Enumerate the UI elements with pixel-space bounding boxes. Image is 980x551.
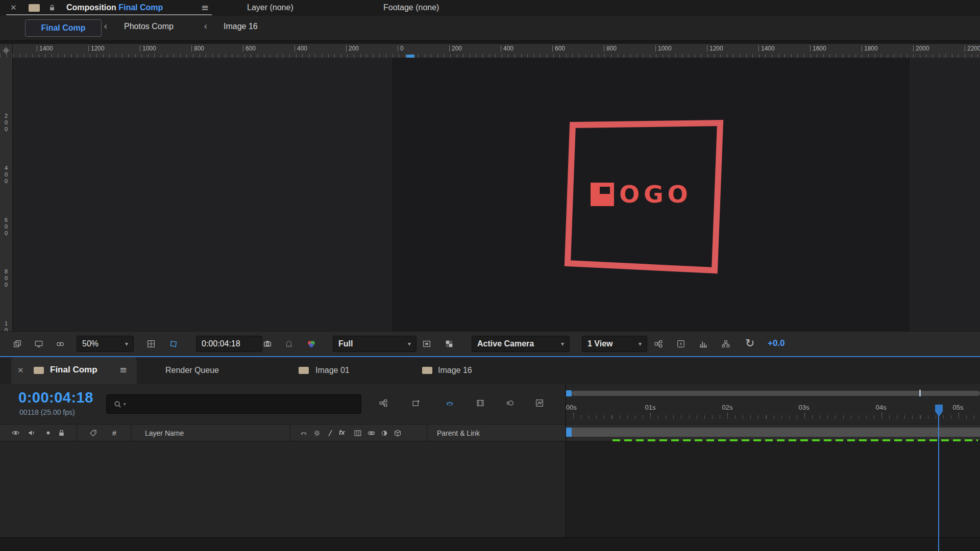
- navigator-start-handle[interactable]: [566, 390, 572, 396]
- panel-menu-icon[interactable]: ≡: [119, 364, 127, 375]
- exposure-value[interactable]: +0.0: [768, 338, 785, 348]
- frames-icon[interactable]: [13, 339, 22, 348]
- mini-flowchart-icon[interactable]: [721, 339, 730, 348]
- reset-exposure-icon[interactable]: ↻: [745, 337, 754, 349]
- tab-composition-name: Final Comp: [118, 3, 163, 12]
- close-panel-icon[interactable]: ✕: [17, 366, 24, 375]
- layer-list-empty[interactable]: [0, 441, 566, 551]
- layer-column-header: # Layer Name fx: [0, 424, 566, 441]
- timeline-tracks-empty[interactable]: [566, 441, 980, 551]
- shy-switch-icon[interactable]: [299, 429, 308, 438]
- resolution-dropdown[interactable]: Full ▾: [333, 336, 416, 352]
- tab-footage[interactable]: Footage (none): [383, 3, 439, 12]
- column-divider: [427, 424, 427, 442]
- ruler-label: 1400: [758, 45, 775, 52]
- ruler-label: 1200: [88, 45, 105, 52]
- ruler-label: 2200: [965, 45, 980, 52]
- timeline-tab-image01[interactable]: Image 01: [315, 366, 350, 375]
- goggles-icon[interactable]: [56, 339, 65, 348]
- timeline-pane-divider[interactable]: [566, 384, 566, 551]
- timeline-bottom-strip: [0, 537, 980, 551]
- histogram-icon[interactable]: [699, 339, 708, 348]
- horizontal-ruler[interactable]: 1400 1200 1000 800 600 400 200 0 200 400…: [0, 44, 980, 58]
- ruler-label: 1000: [655, 45, 672, 52]
- viewer-lock-icon[interactable]: [48, 4, 56, 12]
- work-area-start-handle[interactable]: [566, 428, 572, 437]
- timeline-left-pane: 0:00:04:18 00118 (25.00 fps) ▾: [0, 384, 566, 551]
- breadcrumb-parent[interactable]: Photos Comp: [124, 22, 174, 31]
- column-parent-link: Parent & Link: [437, 429, 480, 437]
- adjustment-layer-icon[interactable]: [380, 429, 389, 438]
- breadcrumb-item[interactable]: Image 16: [224, 22, 258, 31]
- 3d-layer-icon[interactable]: [393, 429, 402, 438]
- logo-mark-notch: [600, 187, 610, 194]
- eye-icon[interactable]: [11, 429, 20, 437]
- comp-icon: [299, 367, 309, 374]
- show-snapshot-icon[interactable]: [284, 339, 293, 348]
- time-ruler-label: 03s: [799, 404, 810, 411]
- preview-time-value: 0:00:04:18: [202, 339, 257, 348]
- mask-visibility-icon[interactable]: [169, 339, 178, 348]
- magnification-dropdown[interactable]: 50% ▾: [77, 336, 134, 352]
- chevron-down-icon: ▾: [125, 340, 128, 347]
- motion-blur-icon[interactable]: [505, 398, 514, 408]
- graph-editor-icon[interactable]: [535, 398, 544, 408]
- ruler-label: 0: [398, 45, 404, 52]
- playhead-line[interactable]: [938, 416, 939, 551]
- view-layout-dropdown[interactable]: 1 View ▾: [582, 336, 647, 352]
- search-input[interactable]: [134, 397, 356, 412]
- preview-time-field[interactable]: 0:00:04:18: [196, 336, 262, 352]
- active-tab-underline: [6, 14, 212, 15]
- grid-guides-icon[interactable]: [146, 339, 156, 348]
- panel-menu-icon[interactable]: ≡: [201, 2, 209, 13]
- transparency-grid-icon[interactable]: [445, 339, 454, 348]
- comp-mini-flowchart-icon[interactable]: [379, 398, 388, 408]
- 3d-view-dropdown[interactable]: Active Camera ▾: [472, 336, 570, 352]
- current-time-display[interactable]: 0:00:04:18: [18, 389, 93, 406]
- column-hash: #: [112, 429, 116, 437]
- work-area-bar[interactable]: [571, 428, 980, 437]
- tab-composition[interactable]: Composition Final Comp: [66, 3, 163, 12]
- composition-viewport[interactable]: OGO 200 400 600 800 1000: [0, 58, 980, 331]
- ruler-label: 1200: [707, 45, 723, 52]
- shy-layers-icon[interactable]: [445, 398, 454, 408]
- frame-blend-switch-icon[interactable]: [353, 429, 362, 438]
- timeline-tab-active[interactable]: ✕ Final Comp ≡: [11, 357, 137, 384]
- timeline-tab-render-queue[interactable]: Render Queue: [165, 366, 219, 375]
- chevron-down-icon: ▾: [639, 340, 642, 347]
- search-options-icon[interactable]: ▾: [124, 402, 126, 407]
- quality-icon[interactable]: [326, 429, 335, 438]
- lock-icon[interactable]: [57, 429, 66, 437]
- timeline-search[interactable]: ▾: [106, 394, 361, 414]
- pixel-aspect-icon[interactable]: [654, 339, 663, 348]
- tab-layer[interactable]: Layer (none): [247, 3, 293, 12]
- ruler-label: 400: [295, 45, 307, 52]
- audio-icon[interactable]: [28, 429, 36, 437]
- panel-gap: [0, 40, 980, 44]
- ruler-label: 400: [3, 165, 10, 185]
- composition-toolbar: 50% ▾ 0:00:04:18 Full ▾: [0, 331, 980, 357]
- fast-previews-icon[interactable]: [676, 339, 685, 348]
- snapshot-camera-icon[interactable]: [263, 339, 272, 348]
- monitor-icon[interactable]: [34, 339, 43, 348]
- motion-blur-switch-icon[interactable]: [366, 429, 376, 438]
- label-icon[interactable]: [89, 429, 97, 437]
- time-ruler-minor-ticks: [573, 415, 980, 419]
- fx-icon[interactable]: fx: [339, 429, 345, 436]
- draft-3d-icon[interactable]: [411, 398, 421, 408]
- breadcrumb-current[interactable]: Final Comp: [25, 19, 102, 37]
- close-panel-icon[interactable]: ✕: [10, 3, 17, 12]
- vertical-ruler[interactable]: 200 400 600 800 1000: [0, 58, 13, 331]
- chevron-down-icon: ▾: [561, 340, 564, 347]
- collapse-transformations-icon[interactable]: [312, 429, 322, 438]
- frame-blending-icon[interactable]: [476, 398, 485, 408]
- solo-icon[interactable]: [44, 429, 53, 437]
- region-of-interest-icon[interactable]: [422, 339, 431, 348]
- tab-composition-label: Composition: [66, 3, 116, 12]
- logo-square-shape: [0, 58, 980, 331]
- after-effects-window: ✕ Composition Final Comp ≡ Layer (none) …: [0, 0, 980, 551]
- timeline-tab-image16[interactable]: Image 16: [438, 366, 472, 375]
- show-channel-icon[interactable]: [307, 339, 316, 348]
- time-ruler-label: 0:00s: [566, 404, 577, 411]
- timeline-navigator-bar[interactable]: [572, 391, 980, 396]
